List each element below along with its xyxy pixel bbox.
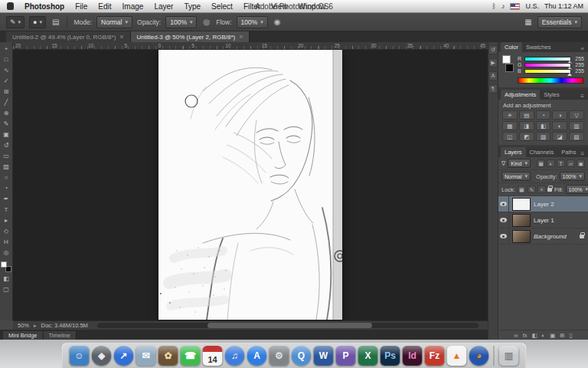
photo-filter-icon[interactable]: ◐ <box>552 121 567 130</box>
appstore-icon[interactable]: A <box>247 346 267 366</box>
color-tab-color[interactable]: Color <box>501 42 522 52</box>
finder-icon[interactable]: ☺ <box>70 346 90 366</box>
tool-crop-tool[interactable]: ⊞ <box>1 87 12 97</box>
brush-panel-toggle-icon[interactable]: ▤ <box>51 18 60 26</box>
horizontal-scrollbar[interactable] <box>97 323 479 328</box>
menu-image[interactable]: Image <box>117 2 149 11</box>
channel-mixer-icon[interactable]: ▥ <box>569 121 584 130</box>
tool-lasso-tool[interactable]: ∿ <box>1 65 12 76</box>
tool-gradient-tool[interactable]: ▨ <box>1 162 12 172</box>
tool-brush-tool[interactable]: ✎ <box>1 119 12 130</box>
slider-track[interactable] <box>524 69 571 74</box>
tool-preset-picker[interactable]: ✎▾ <box>6 16 24 28</box>
brush-size-picker[interactable]: ●▾ <box>29 16 46 28</box>
link-layers-icon[interactable]: ∞ <box>514 332 518 339</box>
panel-menu-icon[interactable]: ≡ <box>580 150 586 157</box>
actions-panel-icon[interactable]: ▶ <box>488 58 498 67</box>
slider-track[interactable] <box>524 63 571 67</box>
system-preferences-icon[interactable]: ⚙ <box>270 346 289 366</box>
tool-type-tool[interactable]: T <box>1 205 12 215</box>
black-white-icon[interactable]: ◧ <box>536 121 551 130</box>
color-tab-swatches[interactable]: Swatches <box>522 42 555 52</box>
collapse-panels-icon[interactable]: « <box>581 45 586 52</box>
word-icon[interactable]: W <box>314 346 334 366</box>
menu-edit[interactable]: Edit <box>93 2 116 11</box>
apple-menu-icon[interactable] <box>7 2 14 10</box>
exposure-icon[interactable]: ◑ <box>552 110 567 120</box>
excel-icon[interactable]: X <box>358 346 378 366</box>
workspace-grid-icon[interactable]: ▦ <box>523 18 533 26</box>
layer-visibility-toggle[interactable] <box>498 228 509 244</box>
color-slider-r[interactable]: R255 <box>518 56 584 61</box>
foreground-background-swatches[interactable] <box>1 261 11 272</box>
tool-pen-tool[interactable]: ✒ <box>1 194 12 205</box>
layers-tab-layers[interactable]: Layers <box>501 147 526 157</box>
screen-mode-icon[interactable]: ▢ <box>1 284 12 295</box>
layer-effects-icon[interactable]: fx <box>523 332 528 339</box>
firefox-icon[interactable]: ◕ <box>469 346 489 366</box>
history-panel-icon[interactable]: ↺ <box>488 45 498 54</box>
selective-color-icon[interactable]: ▧ <box>569 132 584 141</box>
lock-move-icon[interactable]: + <box>537 186 546 193</box>
tool-zoom-tool[interactable]: ◎ <box>1 248 12 258</box>
tool-quick-selection-tool[interactable]: ✓ <box>1 76 12 87</box>
layer-mask-icon[interactable]: ◧ <box>532 332 537 339</box>
color-lookup-icon[interactable]: ◫ <box>502 132 518 141</box>
color-spectrum-bar[interactable] <box>518 77 583 84</box>
bottom-tab-timeline[interactable]: Timeline <box>44 331 77 340</box>
tool-move-tool[interactable]: + <box>1 44 12 54</box>
lock-transparency-icon[interactable]: ▦ <box>518 186 526 193</box>
layer-blend-mode-select[interactable]: Normal▾ <box>501 172 531 181</box>
threshold-icon[interactable]: ◪ <box>552 132 567 141</box>
paragraph-panel-icon[interactable]: ¶ <box>488 84 498 94</box>
input-flag-icon[interactable] <box>510 3 520 10</box>
blend-mode-select[interactable]: Normal▾ <box>96 16 132 28</box>
adjustments-tab-styles[interactable]: Styles <box>540 90 563 100</box>
itunes-icon[interactable]: ♫ <box>225 346 245 366</box>
indesign-icon[interactable]: Id <box>403 346 423 366</box>
tool-hand-tool[interactable]: H <box>1 237 12 248</box>
color-slider-g[interactable]: G255 <box>518 62 584 67</box>
panel-color-swatches[interactable] <box>502 55 514 74</box>
flow-select[interactable]: 100%▾ <box>237 16 268 28</box>
facetime-icon[interactable]: ☎ <box>181 346 201 366</box>
character-panel-icon[interactable]: A <box>488 71 498 80</box>
hue-saturation-icon[interactable]: ▦ <box>502 121 518 130</box>
layers-tab-paths[interactable]: Paths <box>557 147 580 157</box>
pressure-opacity-icon[interactable]: ◎ <box>201 18 211 26</box>
foreground-color-swatch[interactable] <box>1 261 7 268</box>
status-popup-arrow-icon[interactable]: ▸ <box>34 323 37 329</box>
lock-all-icon[interactable] <box>547 186 552 193</box>
layer-group-icon[interactable]: ▣ <box>550 332 555 339</box>
menu-layer[interactable]: Layer <box>149 2 178 11</box>
curves-icon[interactable]: ◔ <box>536 110 551 120</box>
vibrance-icon[interactable]: ▽ <box>569 110 584 120</box>
opacity-select[interactable]: 100%▾ <box>165 16 197 28</box>
input-source-label[interactable]: U.S. <box>525 2 539 10</box>
menu-type[interactable]: Type <box>178 2 206 11</box>
tool-eraser-tool[interactable]: ▭ <box>1 151 12 162</box>
tool-healing-brush-tool[interactable]: ⊕ <box>1 108 12 119</box>
menu-select[interactable]: Select <box>206 2 238 11</box>
layer-row-background[interactable]: Background <box>498 228 588 245</box>
quick-mask-icon[interactable]: ◧ <box>1 274 12 284</box>
slider-track[interactable] <box>524 57 571 61</box>
menu-file[interactable]: File <box>70 2 93 11</box>
layer-fill-select[interactable]: 100%▾ <box>566 185 588 194</box>
tool-clone-stamp-tool[interactable]: ▣ <box>1 130 12 140</box>
calendar-icon[interactable]: 14 <box>203 346 223 366</box>
document-canvas[interactable] <box>158 50 342 320</box>
tool-marquee-tool[interactable]: □ <box>1 54 12 65</box>
tool-eyedropper-tool[interactable]: ╱ <box>1 97 12 108</box>
menu-photoshop[interactable]: Photoshop <box>19 2 70 11</box>
lock-paint-icon[interactable]: ✎ <box>528 186 536 193</box>
layer-opacity-select[interactable]: 100%▾ <box>560 172 585 181</box>
new-layer-icon[interactable]: ⊞ <box>560 332 564 339</box>
powerpoint-icon[interactable]: P <box>336 346 356 366</box>
filter-adjustment-layers-icon[interactable]: ◐ <box>547 159 555 167</box>
tool-blur-tool[interactable]: ○ <box>1 172 12 183</box>
canvas-area[interactable] <box>13 50 488 320</box>
tool-path-selection-tool[interactable]: ▸ <box>1 215 12 226</box>
posterize-icon[interactable]: ▨ <box>536 132 551 141</box>
tool-shape-tool[interactable]: ◇ <box>1 226 12 237</box>
